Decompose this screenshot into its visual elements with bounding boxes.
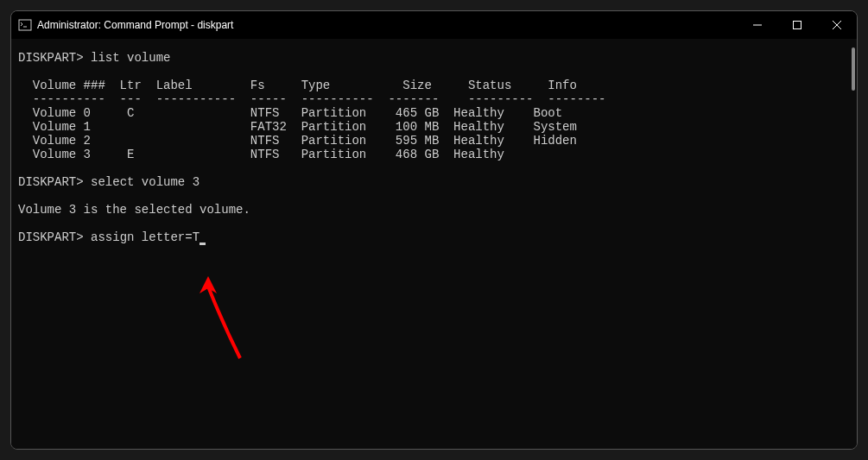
- titlebar-left: Administrator: Command Prompt - diskpart: [18, 18, 233, 32]
- command-prompt-window: Administrator: Command Prompt - diskpart…: [10, 10, 858, 450]
- table-row: Volume 3 E NTFS Partition 468 GB Healthy: [18, 148, 534, 161]
- svg-marker-7: [200, 276, 217, 293]
- minimize-button[interactable]: [738, 11, 777, 39]
- table-row: Volume 0 C NTFS Partition 465 GB Healthy…: [18, 106, 562, 120]
- svg-rect-0: [19, 20, 31, 30]
- prompt-line-1: DISKPART> list volume: [18, 51, 170, 65]
- scrollbar[interactable]: [852, 47, 855, 91]
- window-title: Administrator: Command Prompt - diskpart: [37, 19, 233, 31]
- cursor: [200, 243, 206, 245]
- prompt: DISKPART>: [18, 230, 84, 244]
- maximize-button[interactable]: [777, 11, 817, 39]
- app-icon: [18, 18, 32, 32]
- terminal-body[interactable]: DISKPART> list volume Volume ### Ltr Lab…: [11, 39, 857, 449]
- command-text: assign letter=T: [91, 230, 200, 244]
- close-button[interactable]: [817, 11, 857, 39]
- response-line: Volume 3 is the selected volume.: [18, 203, 250, 217]
- table-header-row: Volume ### Ltr Label Fs Type Size Status…: [18, 79, 577, 92]
- annotation-arrow: [193, 276, 253, 367]
- titlebar-controls: [738, 11, 857, 39]
- prompt-line-2: DISKPART> select volume 3: [18, 175, 200, 189]
- command-text: select volume 3: [91, 175, 200, 189]
- table-row: Volume 1 FAT32 Partition 100 MB Healthy …: [18, 120, 577, 134]
- table-separator-row: ---------- --- ----------- ----- -------…: [18, 92, 606, 106]
- command-text: list volume: [91, 51, 170, 65]
- prompt: DISKPART>: [18, 175, 84, 189]
- prompt-line-3: DISKPART> assign letter=T: [18, 230, 206, 244]
- titlebar[interactable]: Administrator: Command Prompt - diskpart: [11, 11, 857, 39]
- svg-rect-3: [794, 22, 801, 29]
- prompt: DISKPART>: [18, 51, 84, 65]
- table-row: Volume 2 NTFS Partition 595 MB Healthy H…: [18, 134, 577, 148]
- terminal-content: DISKPART> list volume Volume ### Ltr Lab…: [18, 51, 850, 244]
